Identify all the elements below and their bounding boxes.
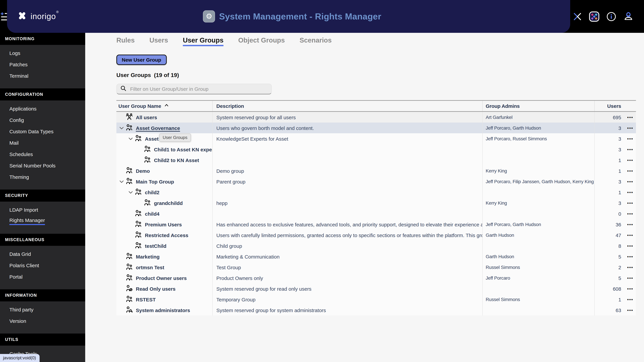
sidebar-item-portal[interactable]: Portal <box>0 271 85 282</box>
group2-icon <box>125 273 133 282</box>
sidebar-item-theming[interactable]: Theming <box>0 171 85 182</box>
collapse-chevron-icon[interactable] <box>127 189 134 195</box>
col-header-users[interactable]: Users <box>607 103 621 109</box>
group-name[interactable]: All users <box>136 114 157 120</box>
row-menu-button[interactable]: ••• <box>627 147 633 152</box>
new-user-group-button[interactable]: New User Group <box>116 55 166 65</box>
table-row[interactable]: child40••• <box>116 208 636 219</box>
sidebar-item-schedules[interactable]: Schedules <box>0 148 85 160</box>
row-menu-button[interactable]: ••• <box>627 265 633 270</box>
group-name[interactable]: Demo <box>136 168 150 174</box>
group-name[interactable]: Product Owner users <box>136 275 187 281</box>
group-name[interactable]: Asset Governance <box>136 125 180 131</box>
tab-scenarios[interactable]: Scenarios <box>300 36 332 45</box>
col-header-description[interactable]: Description <box>216 103 244 109</box>
group-name[interactable]: System administrators <box>136 307 190 313</box>
row-menu-button[interactable]: ••• <box>627 222 633 227</box>
close-icon[interactable] <box>573 12 582 21</box>
tab-users[interactable]: Users <box>150 36 168 45</box>
sidebar-item-custom-data-types[interactable]: Custom Data Types <box>0 126 85 137</box>
table-row[interactable]: testChildChild group8••• <box>116 240 636 251</box>
table-row[interactable]: MarketingMarketing & CommunicationGarth … <box>116 251 636 262</box>
sidebar-item-data-grid[interactable]: Data Grid <box>0 248 85 260</box>
table-row[interactable]: System administratorsSystem reserved gro… <box>116 305 636 316</box>
row-menu-button[interactable]: ••• <box>627 243 633 248</box>
sidebar-toggle-icon[interactable] <box>1 10 7 23</box>
table-row[interactable]: RSTESTTemporary GroupRussel Simmons1••• <box>116 294 636 305</box>
row-menu-button[interactable]: ••• <box>627 200 633 205</box>
sidebar-item-ldap-import[interactable]: LDAP Import <box>0 204 85 215</box>
group-name[interactable]: RSTEST <box>136 297 156 302</box>
group-name[interactable]: child4 <box>145 211 160 216</box>
table-row[interactable]: DemoDemo groupKerry King1••• <box>116 166 636 176</box>
table-row[interactable]: Premium UsersHas enhanced access to excl… <box>116 219 636 230</box>
heading-label: User Groups <box>116 72 151 79</box>
group-user-count: 47 <box>616 232 621 238</box>
group-name[interactable]: Restricted Access <box>145 232 188 238</box>
collapse-chevron-icon[interactable] <box>118 125 125 131</box>
table-row[interactable]: ortmsn TestTest GroupRussel Simmons2••• <box>116 262 636 273</box>
sidebar-item-serial-number-pools[interactable]: Serial Number Pools <box>0 160 85 171</box>
tab-user-groups[interactable]: User Groups <box>183 36 224 45</box>
table-row[interactable]: Read Only usersSystem reserved group for… <box>116 283 636 294</box>
row-menu-button[interactable]: ••• <box>627 190 633 195</box>
sidebar-item-mail[interactable]: Mail <box>0 137 85 148</box>
sidebar-item-patches[interactable]: Patches <box>0 59 85 70</box>
group-name[interactable]: testChild <box>145 243 166 249</box>
row-menu-button[interactable]: ••• <box>627 125 633 130</box>
apps-grid-icon[interactable] <box>589 11 600 22</box>
table-row[interactable]: child21••• <box>116 187 636 197</box>
collapse-chevron-icon[interactable] <box>127 136 134 142</box>
table-row[interactable]: grandchilddheppKerry King3••• <box>116 197 636 208</box>
row-menu-button[interactable]: ••• <box>627 275 633 280</box>
row-menu-button[interactable]: ••• <box>627 211 633 216</box>
row-menu-button[interactable]: ••• <box>627 179 633 184</box>
info-icon[interactable] <box>606 11 616 21</box>
sort-ascending-icon[interactable] <box>164 103 169 109</box>
group-admins: Jeff Porcaro, Garth Hudson <box>486 222 541 227</box>
group-name[interactable]: Main Top Group <box>136 179 174 184</box>
sidebar-item-version[interactable]: Version <box>0 315 85 327</box>
collapse-chevron-icon[interactable] <box>118 179 125 184</box>
row-menu-button[interactable]: ••• <box>627 254 633 259</box>
group-name[interactable]: grandchildd <box>154 200 183 206</box>
table-row[interactable]: Product Owner usersProduct Owners onlyJe… <box>116 273 636 283</box>
group-name[interactable]: Premium Users <box>145 221 182 227</box>
row-menu-button[interactable]: ••• <box>627 136 633 141</box>
row-menu-button[interactable]: ••• <box>627 158 633 163</box>
sidebar-item-polaris-client[interactable]: Polaris Client <box>0 260 85 271</box>
table-row[interactable]: Child1 to Asset KN experts3••• <box>116 144 636 155</box>
sidebar-item-config[interactable]: Config <box>0 114 85 126</box>
table-row[interactable]: Main Top GroupParent groupJeff Porcaro, … <box>116 176 636 187</box>
table-row[interactable]: Child2 to KN Asset1••• <box>116 155 636 166</box>
row-menu-button[interactable]: ••• <box>627 297 633 302</box>
row-menu-button[interactable]: ••• <box>627 233 633 238</box>
sidebar-item-third-party[interactable]: Third party <box>0 304 85 315</box>
col-header-user-group-name[interactable]: User Group Name <box>118 103 161 109</box>
group-name[interactable]: Child1 to Asset KN experts <box>154 147 212 152</box>
tab-object-groups[interactable]: Object Groups <box>238 36 285 45</box>
inorigo-logo[interactable]: inorigo® <box>17 0 58 33</box>
group2-icon <box>125 166 133 175</box>
filter-input[interactable] <box>130 86 268 92</box>
table-row[interactable]: User GroupsAsset KNKnowledgeSet Experts … <box>116 133 636 144</box>
row-menu-button[interactable]: ••• <box>627 115 633 120</box>
row-menu-button[interactable]: ••• <box>627 168 633 173</box>
sidebar-item-logs[interactable]: Logs <box>0 47 85 59</box>
sidebar-item-applications[interactable]: Applications <box>0 103 85 114</box>
group-name[interactable]: child2 <box>145 189 160 195</box>
row-menu-button[interactable]: ••• <box>627 286 633 291</box>
group-name[interactable]: Child2 to KN Asset <box>154 157 199 163</box>
table-row[interactable]: Asset GovernanceUsers who govern borth m… <box>116 123 636 133</box>
table-row[interactable]: Restricted AccessUsers with carefully li… <box>116 230 636 240</box>
user-icon[interactable] <box>623 11 634 22</box>
row-menu-button[interactable]: ••• <box>627 308 633 313</box>
group-name[interactable]: Marketing <box>136 254 160 259</box>
group-name[interactable]: ortmsn Test <box>136 264 164 270</box>
col-header-group-admins[interactable]: Group Admins <box>486 103 520 109</box>
sidebar-item-terminal[interactable]: Terminal <box>0 70 85 81</box>
sidebar-item-rights-manager[interactable]: Rights Manager <box>0 215 85 227</box>
group-name[interactable]: Read Only users <box>136 286 176 292</box>
tab-rules[interactable]: Rules <box>116 36 135 45</box>
table-row[interactable]: All usersSystem reserved group for all u… <box>116 112 636 123</box>
